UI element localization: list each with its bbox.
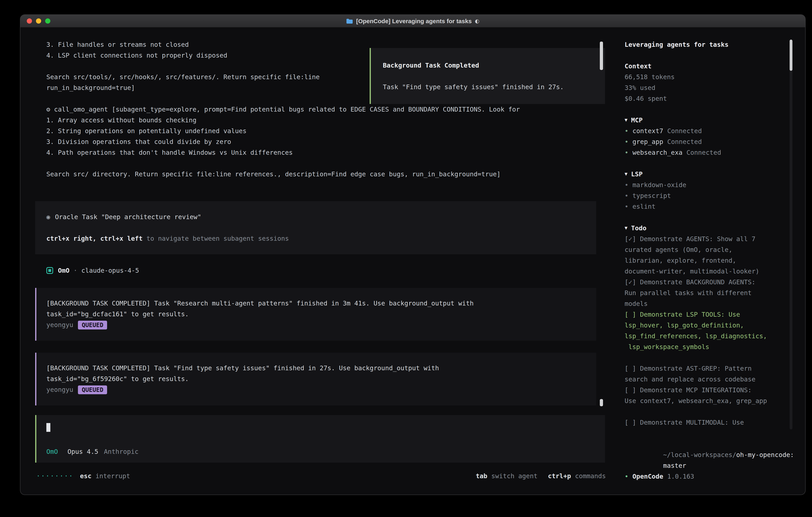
mcp-status: Connected: [687, 147, 721, 158]
lsp-item: • eslint: [625, 201, 806, 212]
status-right-hints: tab switch agent ctrl+p commands: [476, 471, 606, 482]
background-task-toast: Background Task Completed Task "Find typ…: [370, 48, 605, 104]
workdir-name: oh-my-opencode:: [736, 451, 794, 459]
todo-line: Use context7, websearch_exa, grep_app: [625, 396, 806, 406]
ctrlp-key-hint: ctrl+p: [548, 471, 571, 482]
lsp-section-heading[interactable]: ▼ LSP: [625, 169, 806, 180]
mcp-section-heading[interactable]: ▼ MCP: [625, 115, 806, 126]
bullet-icon: •: [625, 136, 628, 147]
terminal-line: 3. Division operations that could divide…: [46, 136, 608, 147]
message-author: yeongyu: [46, 384, 73, 395]
lsp-name: typescript: [632, 190, 671, 201]
lsp-item: • markdown-oxide: [625, 180, 806, 190]
agent-name: OmO: [58, 265, 69, 276]
bullet-icon: •: [625, 190, 628, 201]
todo-item: [✓] Demonstrate AGENTS: Show all 7 curat…: [625, 234, 806, 277]
todo-line: lsp_find_references, lsp_diagnostics,: [625, 331, 806, 342]
scrollbar-thumb[interactable]: [600, 42, 603, 70]
todo-line: lsp_hover, lsp_goto_definition,: [625, 320, 806, 331]
mcp-item: • grep_app Connected: [625, 136, 806, 147]
todo-line: models: [625, 298, 806, 309]
todo-heading-label: Todo: [631, 223, 646, 234]
bullet-icon: •: [625, 126, 628, 136]
todo-line: curated agents (OmO, oracle,: [625, 244, 806, 255]
oracle-task-icon: ◉: [46, 212, 50, 222]
status-bar: ········ esc interrupt tab switch agent …: [36, 471, 606, 482]
half-circle-icon: ◐: [475, 18, 480, 24]
todo-item-active: [ ] Demonstrate LSP TOOLS: Use lsp_hover…: [625, 309, 806, 352]
workdir-prefix: ~/local-workspaces/: [663, 451, 736, 459]
todo-item: [ ] Demonstrate MULTIMODAL: Use: [625, 417, 806, 428]
terminal-line: ⚙ call_omo_agent [subagent_type=explore,…: [46, 104, 608, 115]
message-text-line: task_id="bg_dcfac161" to get results.: [46, 309, 596, 320]
todo-line: [✓] Demonstrate AGENTS: Show all 7: [625, 234, 806, 244]
lsp-name: eslint: [632, 201, 656, 212]
window-title: [OpenCode] Leveraging agents for tasks: [356, 18, 471, 24]
scrollbar-thumb[interactable]: [600, 399, 603, 406]
folder-icon: [346, 19, 353, 24]
mcp-status: Connected: [667, 126, 702, 136]
prompt-input[interactable]: OmO Opus 4.5 Anthropic: [35, 415, 605, 463]
queued-message-block: [BACKGROUND TASK COMPLETED] Task "Resear…: [35, 288, 596, 341]
bullet-icon: •: [625, 180, 628, 190]
mcp-name: grep_app: [632, 136, 663, 147]
agent-model: claude-opus-4-5: [81, 265, 139, 276]
window-controls: [27, 19, 50, 24]
terminal-line: 2. String operations on potentially unde…: [46, 126, 608, 136]
lsp-heading-label: LSP: [631, 169, 643, 180]
zoom-button[interactable]: [45, 19, 50, 24]
text-cursor: [46, 423, 50, 432]
workdir-path: ~/local-workspaces/oh-my-opencode:: [625, 439, 806, 450]
bullet-icon: •: [625, 201, 628, 212]
todo-line: document-writer, multimodal-looker): [625, 266, 806, 277]
terminal-line: 1. Array access without bounds checking: [46, 115, 608, 126]
context-used: 33% used: [625, 82, 806, 93]
bullet-icon: •: [625, 147, 628, 158]
app-version: 1.0.163: [667, 471, 694, 482]
mcp-status: Connected: [667, 136, 702, 147]
app-content: 3. File handles or streams not closed 4.…: [20, 28, 805, 495]
titlebar[interactable]: [OpenCode] Leveraging agents for tasks ◐: [20, 15, 805, 28]
input-model-name: Opus 4.5: [67, 446, 98, 457]
todo-line: [ ] Demonstrate LSP TOOLS: Use: [625, 309, 806, 320]
lsp-name: markdown-oxide: [632, 180, 686, 190]
subagent-nav-hint: to navigate between subagent sessions: [143, 233, 289, 244]
todo-line: lsp_workspace_symbols: [625, 342, 806, 352]
sidebar-scrollbar-track[interactable]: [790, 39, 792, 430]
todo-line: [ ] Demonstrate MULTIMODAL: Use: [625, 417, 806, 428]
mcp-name: websearch_exa: [632, 147, 682, 158]
todo-item: [✓] Demonstrate BACKGROUND AGENTS: Run p…: [625, 277, 806, 309]
close-button[interactable]: [27, 19, 32, 24]
terminal-line: 4. Path operations that don't handle Win…: [46, 147, 608, 158]
mcp-name: context7: [632, 126, 663, 136]
chat-area: 3. File handles or streams not closed 4.…: [20, 28, 608, 495]
ctrlp-key-label: commands: [575, 471, 606, 482]
todo-section-heading[interactable]: ▼ Todo: [625, 223, 806, 234]
tab-key-label: switch agent: [491, 471, 538, 482]
subagent-nav-keys: ctrl+x right, ctrl+x left: [46, 233, 143, 244]
window-title-group: [OpenCode] Leveraging agents for tasks ◐: [20, 15, 805, 27]
todo-line: Run parallel tasks with different: [625, 288, 806, 298]
desktop: [OpenCode] Leveraging agents for tasks ◐…: [0, 0, 812, 517]
toast-title: Background Task Completed: [383, 60, 605, 71]
oracle-task-panel: ◉ Oracle Task "Deep architecture review"…: [35, 201, 596, 254]
separator-dot: ·: [74, 265, 77, 276]
chevron-down-icon: ▼: [625, 223, 628, 234]
omo-agent-icon: [46, 267, 53, 274]
context-heading: Context: [625, 61, 806, 72]
opencode-window: [OpenCode] Leveraging agents for tasks ◐…: [20, 15, 806, 495]
toast-body: Task "Find type safety issues" finished …: [383, 82, 605, 92]
todo-line: [ ] Demonstrate MCP INTEGRATIONS:: [625, 385, 806, 396]
minimize-button[interactable]: [36, 19, 41, 24]
chevron-down-icon: ▼: [625, 169, 628, 180]
tab-key-hint: tab: [476, 471, 487, 482]
context-spent: $0.46 spent: [625, 93, 806, 104]
input-agent-name: OmO: [46, 446, 58, 457]
sidebar: Leveraging agents for tasks Context 66,5…: [618, 28, 806, 495]
queued-badge: QUEUED: [78, 385, 107, 394]
chevron-down-icon: ▼: [625, 115, 628, 126]
sidebar-scrollbar-thumb[interactable]: [790, 39, 792, 71]
todo-item: [ ] Demonstrate AST-GREP: Pattern search…: [625, 363, 806, 385]
session-title: Leveraging agents for tasks: [625, 39, 806, 50]
lsp-item: • typescript: [625, 190, 806, 201]
